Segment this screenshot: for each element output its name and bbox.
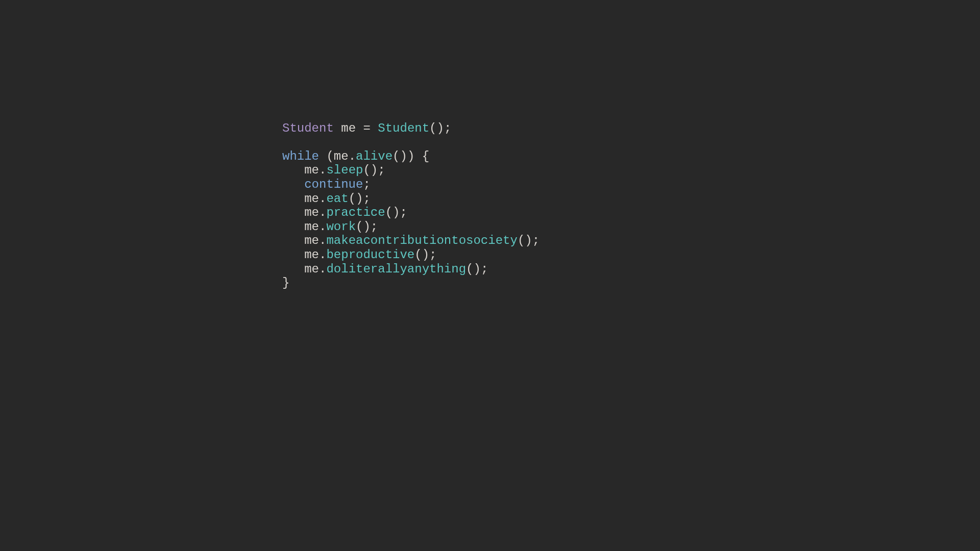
code-line-6: me.eat(); (282, 192, 371, 206)
doliterallyanything-call-token: doliterallyanything (326, 262, 466, 276)
paren-open-token: ( (363, 163, 370, 177)
cond-close-brace-token: ) { (407, 149, 429, 163)
practice-call-token: practice (326, 206, 385, 219)
code-line-7: me.practice(); (282, 206, 407, 219)
paren-open-token: ( (393, 149, 400, 163)
close-brace-token: } (282, 276, 289, 290)
code-line-9: me.makeacontributiontosociety(); (282, 234, 540, 247)
identifier-token: me (304, 234, 319, 247)
assign-token: = (356, 121, 378, 135)
paren-open-token: ( (466, 262, 473, 276)
identifier-token: me (304, 248, 319, 262)
identifier-token: me (334, 149, 349, 163)
dot-token: . (319, 192, 326, 206)
identifier-token: me (304, 220, 319, 234)
continue-keyword-token: continue (304, 178, 363, 191)
paren-close-token: ) (400, 149, 407, 163)
code-line-3: while (me.alive()) { (282, 149, 429, 163)
paren-open-token: ( (518, 234, 525, 247)
semicolon-token: ; (363, 192, 370, 206)
code-line-10: me.beproductive(); (282, 248, 436, 262)
semicolon-token: ; (444, 121, 451, 135)
identifier-token: me (304, 192, 319, 206)
makeacontributiontosociety-call-token: makeacontributiontosociety (326, 234, 517, 247)
identifier-token: me (304, 163, 319, 177)
identifier-token: me (341, 121, 356, 135)
identifier-token: me (304, 206, 319, 219)
paren-open-token: ( (414, 248, 422, 262)
paren-close-token: ) (473, 262, 480, 276)
paren-close-token: ) (422, 248, 429, 262)
dot-token: . (319, 234, 326, 247)
code-block: Student me = Student(); while (me.alive(… (282, 107, 540, 290)
code-line-8: me.work(); (282, 220, 378, 234)
semicolon-token: ; (363, 178, 370, 191)
semicolon-token: ; (400, 206, 407, 219)
semicolon-token: ; (378, 163, 385, 177)
semicolon-token: ; (371, 220, 378, 234)
code-line-11: me.doliterallyanything(); (282, 262, 488, 276)
type-token: Student (282, 121, 334, 135)
paren-close-token: ) (525, 234, 532, 247)
paren-close-token: ) (393, 206, 400, 219)
constructor-call-token: Student (378, 121, 429, 135)
paren-close-token: ) (356, 192, 363, 206)
code-line-5: continue; (282, 178, 371, 191)
code-line-4: me.sleep(); (282, 163, 385, 177)
paren-close-token: ) (371, 163, 378, 177)
dot-token: . (319, 220, 326, 234)
semicolon-token: ; (429, 248, 436, 262)
sleep-call-token: sleep (326, 163, 363, 177)
dot-token: . (319, 248, 326, 262)
work-call-token: work (326, 220, 356, 234)
dot-token: . (319, 206, 326, 219)
cond-open-token: ( (326, 149, 333, 163)
paren-open-token: ( (349, 192, 356, 206)
code-line-12: } (282, 276, 289, 290)
beproductive-call-token: beproductive (326, 248, 414, 262)
eat-call-token: eat (326, 192, 348, 206)
paren-open-token: ( (385, 206, 393, 219)
alive-call-token: alive (356, 149, 393, 163)
while-keyword-token: while (282, 149, 319, 163)
identifier-token: me (304, 262, 319, 276)
space-token (319, 149, 326, 163)
dot-token: . (319, 262, 326, 276)
paren-open-token: ( (429, 121, 436, 135)
code-line-1: Student me = Student(); (282, 121, 451, 135)
dot-token: . (349, 149, 356, 163)
paren-close-token: ) (437, 121, 444, 135)
semicolon-token: ; (481, 262, 488, 276)
dot-token: . (319, 163, 326, 177)
paren-close-token: ) (363, 220, 370, 234)
paren-open-token: ( (356, 220, 363, 234)
semicolon-token: ; (532, 234, 540, 247)
space-token (334, 121, 341, 135)
